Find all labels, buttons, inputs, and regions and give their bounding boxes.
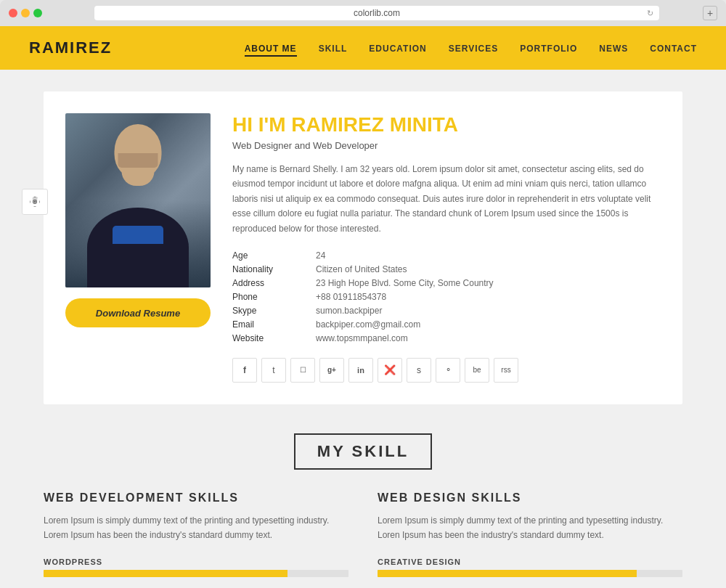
- social-googleplus[interactable]: g+: [319, 358, 344, 383]
- detail-value-address: 23 High Hope Blvd. Some City, Some Count…: [316, 278, 661, 288]
- svg-point-0: [34, 201, 36, 203]
- nav-link-skill[interactable]: SKILL: [319, 44, 348, 54]
- social-instagram[interactable]: ☐: [290, 358, 315, 383]
- navbar-brand[interactable]: RAMIREZ: [29, 38, 112, 57]
- skill-creative-label: CREATIVE DESIGN: [378, 558, 682, 566]
- website: RAMIREZ ABOUT ME SKILL EDUCATION SERVICE…: [0, 26, 726, 588]
- page-content: Download Resume HI I'M RAMIREZ MINITA We…: [0, 70, 726, 588]
- detail-value-website: www.topsmmpanel.com: [316, 333, 661, 343]
- browser-dots: [9, 9, 42, 17]
- browser-chrome: colorlib.com ↻ +: [0, 0, 726, 26]
- url-text: colorlib.com: [354, 8, 400, 18]
- web-dev-title: WEB DEVELOPMENT SKILLS: [44, 491, 348, 505]
- detail-value-email: backpiper.com@gmail.com: [316, 319, 661, 330]
- profile-photo: [65, 113, 211, 287]
- nav-link-news[interactable]: NEWS: [599, 44, 628, 54]
- detail-value-nationality: Citizen of United States: [316, 264, 661, 274]
- social-behance[interactable]: be: [465, 358, 489, 383]
- nav-link-portfolio[interactable]: PORTFOLIO: [520, 44, 577, 54]
- about-greeting: HI I'M RAMIREZ MINITA: [232, 113, 661, 136]
- dot-red[interactable]: [9, 9, 17, 17]
- skill-wordpress-fill: [44, 570, 287, 577]
- social-dribbble[interactable]: ⚬: [436, 358, 460, 383]
- navbar-nav: ABOUT ME SKILL EDUCATION SERVICES PORTFO…: [245, 41, 697, 54]
- skills-section-header: MY SKILL: [44, 433, 682, 470]
- new-tab-button[interactable]: +: [703, 6, 717, 20]
- nav-item-portfolio[interactable]: PORTFOLIO: [520, 41, 577, 54]
- skill-creative-design: CREATIVE DESIGN: [378, 558, 682, 577]
- about-details: Age 24 Nationality Citizen of United Sta…: [232, 250, 661, 343]
- address-bar[interactable]: colorlib.com ↻: [94, 6, 659, 20]
- detail-label-nationality: Nationality: [232, 264, 305, 274]
- nav-item-contact[interactable]: CONTACT: [650, 41, 697, 54]
- nav-item-skill[interactable]: SKILL: [319, 41, 348, 54]
- detail-label-address: Address: [232, 278, 305, 288]
- download-resume-button[interactable]: Download Resume: [65, 298, 211, 327]
- about-name: RAMIREZ MINITA: [291, 113, 458, 136]
- settings-icon[interactable]: [22, 189, 48, 215]
- refresh-icon[interactable]: ↻: [647, 9, 653, 18]
- about-bio: My name is Bernard Shelly. I am 32 years…: [232, 162, 661, 236]
- dot-yellow[interactable]: [21, 9, 30, 17]
- detail-label-skype: Skype: [232, 306, 305, 316]
- browser-titlebar: colorlib.com ↻ +: [9, 6, 717, 20]
- detail-label-phone: Phone: [232, 292, 305, 302]
- nav-link-education[interactable]: EDUCATION: [369, 44, 426, 54]
- web-design-title: WEB DESIGN SKILLS: [378, 491, 682, 505]
- detail-label-website: Website: [232, 333, 305, 343]
- nav-link-aboutme[interactable]: ABOUT ME: [245, 44, 297, 57]
- detail-label-age: Age: [232, 250, 305, 261]
- dot-green[interactable]: [33, 9, 42, 17]
- about-title: Web Designer and Web Developer: [232, 140, 661, 151]
- detail-value-age: 24: [316, 250, 661, 261]
- about-photo-section: Download Resume: [65, 113, 211, 383]
- web-dev-skills: WEB DEVELOPMENT SKILLS Lorem Ipsum is si…: [44, 491, 348, 588]
- detail-label-email: Email: [232, 319, 305, 330]
- nav-link-contact[interactable]: CONTACT: [650, 44, 697, 54]
- about-card: Download Resume HI I'M RAMIREZ MINITA We…: [44, 91, 682, 404]
- skill-wordpress-label: WORDPRESS: [44, 558, 348, 566]
- detail-value-skype: sumon.backpiper: [316, 306, 661, 316]
- skill-creative-fill: [378, 570, 637, 577]
- social-twitter[interactable]: t: [261, 358, 286, 383]
- social-skype[interactable]: s: [407, 358, 431, 383]
- web-dev-description: Lorem Ipsum is simply dummy text of the …: [44, 513, 348, 543]
- social-icons: f t ☐ g+ in ❌ s ⚬ be rss: [232, 358, 661, 383]
- detail-value-phone: +88 01911854378: [316, 292, 661, 302]
- skill-wordpress-bar: [44, 570, 348, 577]
- about-info: HI I'M RAMIREZ MINITA Web Designer and W…: [232, 113, 661, 383]
- skills-section-title: MY SKILL: [294, 433, 432, 470]
- social-pinterest[interactable]: ❌: [378, 358, 402, 383]
- nav-item-education[interactable]: EDUCATION: [369, 41, 426, 54]
- web-design-skills: WEB DESIGN SKILLS Lorem Ipsum is simply …: [378, 491, 682, 588]
- web-design-description: Lorem Ipsum is simply dummy text of the …: [378, 513, 682, 543]
- nav-item-news[interactable]: NEWS: [599, 41, 628, 54]
- greeting-text: HI I'M: [232, 113, 291, 136]
- navbar: RAMIREZ ABOUT ME SKILL EDUCATION SERVICE…: [0, 26, 726, 70]
- skill-wordpress: WORDPRESS: [44, 558, 348, 577]
- social-facebook[interactable]: f: [232, 358, 257, 383]
- skill-creative-bar: [378, 570, 682, 577]
- nav-link-services[interactable]: SERVICES: [449, 44, 498, 54]
- nav-item-services[interactable]: SERVICES: [449, 41, 498, 54]
- nav-item-aboutme[interactable]: ABOUT ME: [245, 41, 297, 54]
- social-linkedin[interactable]: in: [348, 358, 373, 383]
- social-rss[interactable]: rss: [494, 358, 518, 383]
- skills-section: WEB DEVELOPMENT SKILLS Lorem Ipsum is si…: [44, 491, 682, 588]
